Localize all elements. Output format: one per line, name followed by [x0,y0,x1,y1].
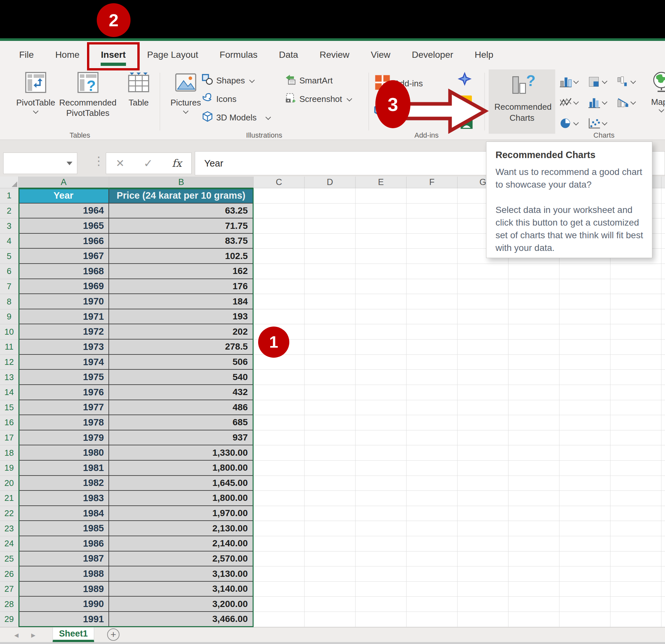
grid-cell[interactable] [305,551,356,567]
grid-cell[interactable] [253,566,305,582]
cell-year[interactable]: 1968 [19,264,109,279]
grid-cell[interactable] [610,324,661,339]
grid-cell[interactable] [509,400,559,415]
grid-cell[interactable] [509,370,559,385]
grid-cell[interactable] [457,370,509,385]
cell-year[interactable]: 1977 [19,400,109,415]
grid-cell[interactable] [559,264,610,279]
tab-review[interactable]: Review [309,41,360,69]
grid-cell[interactable] [610,597,661,612]
grid-cell[interactable] [509,597,559,612]
grid-cell[interactable] [509,476,559,491]
grid-cell[interactable] [305,400,356,415]
cell-year[interactable]: 1965 [19,218,109,234]
grid-cell[interactable] [457,279,509,294]
grid-cell[interactable] [661,249,665,264]
grid-cell[interactable] [610,445,661,461]
grid-cell[interactable] [406,249,457,264]
grid-cell[interactable] [253,309,305,325]
cell-year[interactable]: 1966 [19,234,109,249]
row-number[interactable]: 4 [0,234,19,249]
cell-year[interactable]: 1974 [19,355,109,370]
grid-cell[interactable] [356,203,406,219]
grid-cell[interactable] [661,566,665,582]
grid-cell[interactable] [559,430,610,446]
grid-cell[interactable] [305,597,356,612]
grid-cell[interactable] [559,551,610,567]
cell-price[interactable]: 202 [109,324,253,339]
grid-cell[interactable] [356,385,406,400]
grid-cell[interactable] [661,385,665,400]
grid-cell[interactable] [457,582,509,597]
grid-cell[interactable] [610,461,661,476]
grid-cell[interactable] [406,370,457,385]
tab-file[interactable]: File [8,41,44,69]
grid-cell[interactable] [406,218,457,234]
grid-cell[interactable] [356,430,406,446]
grid-cell[interactable] [305,582,356,597]
grid-cell[interactable] [356,264,406,279]
grid-cell[interactable] [356,612,406,627]
row-number[interactable]: 24 [0,536,19,551]
grid-cell[interactable] [610,521,661,536]
grid-cell[interactable] [406,339,457,355]
row-number[interactable]: 25 [0,551,19,567]
column-header-x10[interactable] [661,177,665,188]
grid-cell[interactable] [406,536,457,551]
grid-cell[interactable] [559,491,610,506]
cell-price[interactable]: 2,140.00 [109,536,253,551]
grid-cell[interactable] [253,521,305,536]
grid-cell[interactable] [406,324,457,339]
grid-cell[interactable] [406,203,457,219]
grid-cell[interactable] [253,370,305,385]
tab-home[interactable]: Home [44,41,90,69]
grid-cell[interactable] [457,324,509,339]
cell-year[interactable]: 1973 [19,339,109,355]
grid-cell[interactable] [509,566,559,582]
grid-cell[interactable] [305,339,356,355]
tab-help[interactable]: Help [464,41,504,69]
grid-cell[interactable] [559,279,610,294]
grid-cell[interactable] [305,234,356,249]
line-chart-button[interactable] [559,92,588,113]
cell-year[interactable]: 1970 [19,294,109,309]
grid-cell[interactable] [305,430,356,446]
grid-cell[interactable] [559,445,610,461]
grid-cell[interactable] [559,400,610,415]
tab-page-layout[interactable]: Page Layout [136,41,209,69]
grid-cell[interactable] [661,370,665,385]
row-number[interactable]: 29 [0,612,19,627]
grid-cell[interactable] [610,339,661,355]
cell-price[interactable]: 1,800.00 [109,491,253,506]
grid-cell[interactable] [509,324,559,339]
grid-cell[interactable] [661,491,665,506]
grid-cell[interactable] [559,536,610,551]
grid-cell[interactable] [509,491,559,506]
grid-cell[interactable] [305,294,356,309]
grid-cell[interactable] [305,491,356,506]
grid-cell[interactable] [661,582,665,597]
grid-cell[interactable] [509,612,559,627]
grid-cell[interactable] [509,536,559,551]
cell-year[interactable]: 1969 [19,279,109,294]
tab-developer[interactable]: Developer [401,41,464,69]
grid-cell[interactable] [305,309,356,325]
pictures-button[interactable]: Pictures [166,71,205,113]
grid-cell[interactable] [457,445,509,461]
grid-cell[interactable] [559,324,610,339]
grid-cell[interactable] [406,582,457,597]
grid-cell[interactable] [509,279,559,294]
grid-cell[interactable] [406,234,457,249]
row-number[interactable]: 14 [0,385,19,400]
cell-price[interactable]: 2,570.00 [109,551,253,567]
grid-cell[interactable] [610,430,661,446]
cell-price[interactable]: 63.25 [109,203,253,219]
grid-cell[interactable] [559,476,610,491]
cell-price[interactable]: 1,970.00 [109,506,253,521]
grid-cell[interactable] [253,218,305,234]
grid-cell[interactable] [457,309,509,325]
grid-cell[interactable] [509,445,559,461]
row-number[interactable]: 10 [0,324,19,339]
grid-cell[interactable] [253,203,305,219]
histogram-chart-button[interactable] [588,92,616,113]
